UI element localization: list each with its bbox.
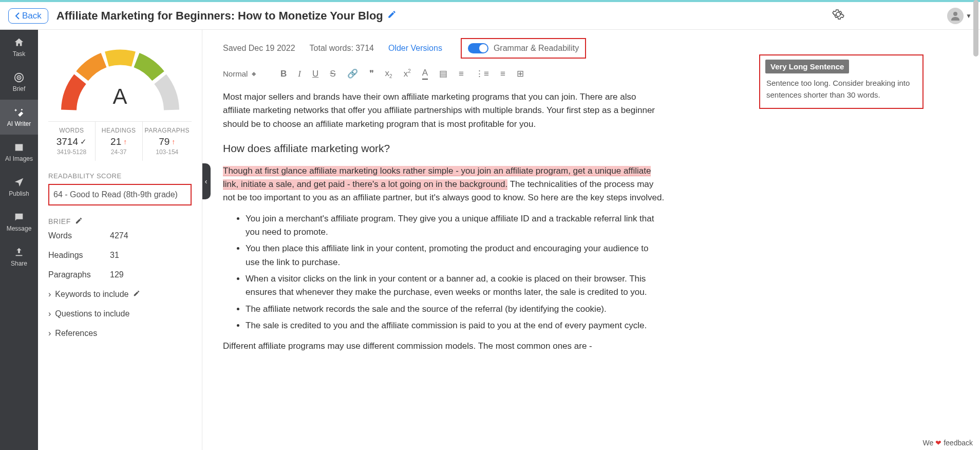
chevron-right-icon: › [48,290,51,299]
list-item: You then place this affiliate link in yo… [246,242,665,269]
edit-brief-icon[interactable] [75,217,83,226]
text-color-button[interactable]: A [422,68,428,80]
expand-keywords[interactable]: ›Keywords to include [48,285,192,304]
stat-paragraphs: PARAGRAPHS 79↑ 103-154 [143,122,192,161]
header-bar: Back Affiliate Marketing for Beginners: … [0,2,980,30]
editor-content[interactable]: Most major sellers and brands have their… [202,87,685,371]
ordered-list-button[interactable]: ≡ [459,69,464,79]
saved-timestamp: Saved Dec 19 2022 [223,44,295,53]
brief-words: Words4274 [48,226,192,246]
list-item: You join a merchant's affiliate program.… [246,212,665,239]
tooltip-title: Very Long Sentence [765,60,849,73]
score-panel: A WORDS 3714✓ 3419-5128 HEADINGS 21↑ 24-… [38,30,202,450]
subscript-button[interactable]: x2 [385,68,392,79]
expand-references[interactable]: ›References [48,324,192,343]
nav-ai-images[interactable]: AI Images [0,135,38,170]
chevron-right-icon: › [48,309,51,318]
nav-label: Share [11,260,27,267]
strike-button[interactable]: S [330,69,335,79]
grammar-label: Grammar & Readability [494,44,579,53]
back-label: Back [22,11,42,21]
edit-icon[interactable] [133,290,140,299]
user-avatar[interactable] [947,8,964,24]
edit-title-icon[interactable] [387,10,397,22]
grammar-toggle[interactable] [468,43,488,53]
expand-questions[interactable]: ›Questions to include [48,304,192,324]
feedback-link[interactable]: We ❤ feedback [922,439,973,447]
svg-point-0 [953,12,957,16]
nav-share[interactable]: Share [0,239,38,274]
paragraph: Though at first glance affiliate marketi… [223,164,665,205]
nav-brief[interactable]: Brief [0,65,38,100]
grade-letter: A [112,84,127,109]
arrow-up-icon: ↑ [123,138,127,146]
editor-main: ‹ Saved Dec 19 2022 Total words: 3714 Ol… [202,30,980,450]
heart-icon: ❤ [935,439,941,447]
tooltip-body: Sentence too long. Consider breaking int… [760,78,922,108]
heading: How does affiliate marketing work? [223,140,665,157]
more-button[interactable]: ⊞ [517,68,524,79]
quote-button[interactable]: ❞ [369,68,374,79]
list-item: When a visitor clicks on the link in you… [246,272,665,299]
list-item: The sale is credited to you and the affi… [246,319,665,332]
grammar-tooltip: Very Long Sentence Sentence too long. Co… [759,54,924,109]
brief-paragraphs: Paragraphs129 [48,265,192,285]
indent-button[interactable]: ≡ [500,69,505,79]
bold-button[interactable]: B [280,69,287,79]
arrow-up-icon: ↑ [172,138,175,146]
bullet-list: You join a merchant's affiliate program.… [223,212,665,333]
sidebar-nav: Task Brief AI Writer AI Images Publish M… [0,30,38,450]
chevron-right-icon: › [48,329,51,338]
nav-task[interactable]: Task [0,30,38,65]
stat-words: WORDS 3714✓ 3419-5128 [48,122,96,161]
readability-score: 64 - Good to Read (8th-9th grade) [48,184,192,205]
brief-headings: Headings31 [48,246,192,265]
italic-button[interactable]: I [298,69,301,79]
stats-row: WORDS 3714✓ 3419-5128 HEADINGS 21↑ 24-37… [48,121,192,161]
nav-label: Brief [13,85,26,92]
nav-message[interactable]: Message [0,204,38,239]
superscript-button[interactable]: x2 [404,68,411,79]
highlight-button[interactable]: ▤ [439,68,447,79]
nav-ai-writer[interactable]: AI Writer [0,100,38,135]
page-title: Affiliate Marketing for Beginners: How t… [56,9,383,23]
format-select[interactable]: Normal◆ [223,69,269,78]
vertical-scrollbar[interactable] [973,30,979,450]
brief-header: BRIEF [48,217,192,226]
list-item: The affiliate network records the sale a… [246,303,665,316]
unordered-list-button[interactable]: ⋮≡ [475,68,489,79]
check-icon: ✓ [80,137,87,146]
total-words: Total words: 3714 [310,44,374,53]
back-button[interactable]: Back [8,8,48,24]
panel-collapse-handle[interactable]: ‹ [202,163,211,199]
older-versions-link[interactable]: Older Versions [388,44,442,53]
settings-icon[interactable] [832,8,844,24]
stat-headings: HEADINGS 21↑ 24-37 [96,122,143,161]
nav-label: AI Writer [7,120,31,127]
nav-label: Task [13,50,26,58]
grammar-toggle-group: Grammar & Readability [461,38,586,59]
paragraph: Different affiliate programs may use dif… [223,340,665,353]
underline-button[interactable]: U [312,69,318,79]
readability-label: READABILITY SCORE [48,172,192,180]
user-menu-caret-icon[interactable]: ▼ [966,12,972,20]
nav-label: Publish [9,190,29,197]
nav-publish[interactable]: Publish [0,170,38,204]
paragraph: Most major sellers and brands have their… [223,90,665,131]
link-button[interactable]: 🔗 [347,68,358,79]
svg-point-3 [18,77,20,79]
score-gauge: A [53,38,187,115]
chevron-left-icon [15,12,20,20]
nav-label: Message [7,225,32,232]
nav-label: AI Images [5,155,33,162]
